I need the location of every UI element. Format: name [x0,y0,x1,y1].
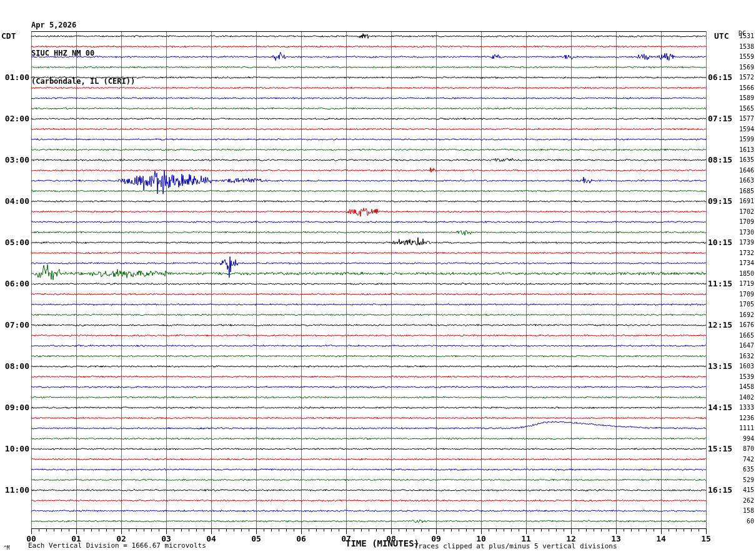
dc-value: 1692 [729,311,754,319]
dc-value: 1702 [729,208,754,216]
dc-value: 1635 [729,156,754,164]
dc-value: 1577 [729,115,754,123]
dc-value: 415 [729,486,754,494]
x-tick-label: 06 [296,534,306,543]
dc-value: 1572 [729,74,754,81]
dc-value: 1402 [729,394,754,401]
scale-note: Each Vertical Division = 1666.67 microvo… [28,541,206,550]
x-tick-label: 04 [206,534,216,543]
dc-value: 1719 [729,280,754,288]
dc-value: 742 [729,456,754,463]
dc-value: 262 [729,497,754,505]
dc-value: 1730 [729,229,754,236]
x-tick-label: 05 [251,534,261,543]
dc-value: 1709 [729,218,754,226]
dc-value: 1531 [729,33,754,40]
dc-value: 1538 [729,43,754,51]
dc-value: 1613 [729,146,754,154]
dc-value: 1539 [729,373,754,381]
dc-value: 529 [729,476,754,484]
dc-value: 1599 [729,136,754,143]
dc-value: 60 [729,518,754,525]
dc-value: 1566 [729,84,754,92]
dc-value: 1705 [729,301,754,308]
dc-value: 1569 [729,64,754,71]
left-hour-label: 09:00 [1,403,29,412]
title-date: Apr 5,2026 [31,21,135,30]
x-tick-label: 15 [701,534,711,543]
dc-value: 1458 [729,383,754,391]
dc-value: 1565 [729,105,754,113]
x-tick-label: 14 [656,534,666,543]
dc-value: 1739 [729,239,754,246]
control-char-glyph: ^M [4,545,10,551]
timezone-left-label: CDT [1,31,16,41]
dc-value: 1647 [729,342,754,350]
dc-value: 1594 [729,126,754,133]
left-hour-label: 10:00 [1,444,29,453]
dc-value: 870 [729,445,754,453]
dc-value: 1603 [729,363,754,370]
left-hour-label: 02:00 [1,114,29,123]
dc-value: 1685 [729,188,754,195]
dc-value: 1632 [729,353,754,360]
left-hour-label: 03:00 [1,155,29,164]
left-hour-label: 11:00 [1,485,29,495]
dc-value: 1589 [729,94,754,102]
dc-value: 1111 [729,425,754,432]
dc-value: 1734 [729,259,754,267]
dc-value: 1732 [729,249,754,257]
dc-value: 1709 [729,291,754,298]
left-hour-label: 08:00 [1,361,29,371]
dc-value: 1333 [729,404,754,411]
left-hour-label: 01:00 [1,73,29,82]
dc-value: 1663 [729,177,754,184]
dc-value: 635 [729,466,754,473]
helicorder-page: Apr 5,2026 SIUC HHZ NM 00 (Carbondale, I… [0,0,756,554]
dc-value: 1646 [729,167,754,174]
left-hour-label: 05:00 [1,238,29,247]
dc-value: 1850 [729,270,754,278]
dc-value: 994 [729,435,754,443]
title-station: SIUC HHZ NM 00 [31,49,135,58]
timezone-right-label: UTC [714,31,729,41]
left-hour-label: 04:00 [1,196,29,206]
left-hour-label: 06:00 [1,279,29,288]
title-location: (Carbondale, IL (CERI)) [31,77,135,86]
x-axis-title: TIME (MINUTES) [346,538,419,548]
left-hour-label: 07:00 [1,320,29,330]
dc-value: 1665 [729,332,754,340]
clip-note: Traces clipped at plus/minus 5 vertical … [414,542,617,550]
title-block: Apr 5,2026 SIUC HHZ NM 00 (Carbondale, I… [31,2,135,105]
dc-value: 1676 [729,321,754,329]
dc-value: 1691 [729,198,754,205]
dc-value: 1236 [729,415,754,422]
dc-value: 158 [729,507,754,515]
dc-value: 1559 [729,53,754,61]
